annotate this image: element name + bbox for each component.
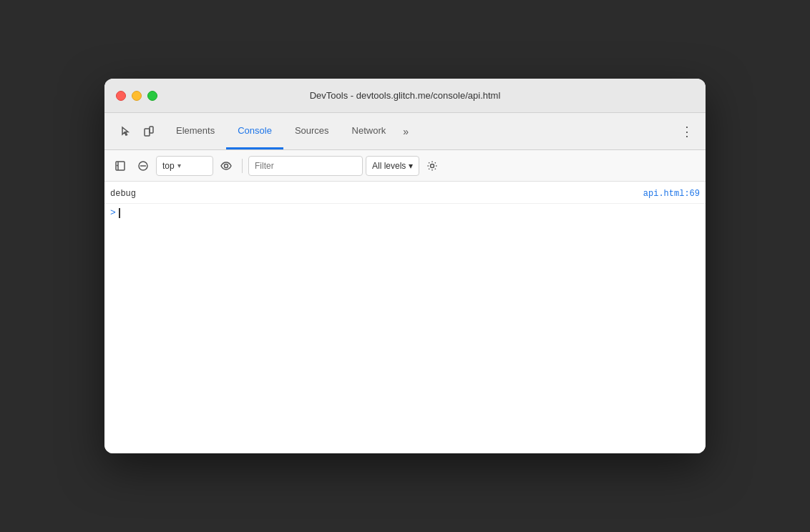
window-title: DevTools - devtools.glitch.me/console/ap… [310, 90, 501, 101]
minimize-button[interactable] [132, 91, 142, 101]
console-source-link[interactable]: api.html:69 [643, 187, 700, 200]
title-bar: DevTools - devtools.glitch.me/console/ap… [104, 79, 706, 113]
tab-bar: Elements Console Sources Network » ⋮ [104, 113, 706, 150]
tab-icon-group [110, 113, 165, 149]
device-toggle-button[interactable] [139, 122, 159, 142]
devtools-menu-button[interactable]: ⋮ [675, 113, 700, 149]
maximize-button[interactable] [147, 91, 157, 101]
clear-console-button[interactable] [133, 156, 153, 176]
inspect-element-button[interactable] [116, 122, 136, 142]
console-entry: debug api.html:69 [104, 184, 706, 204]
toolbar-separator [242, 159, 243, 173]
devtools-window: DevTools - devtools.glitch.me/console/ap… [104, 79, 706, 453]
levels-arrow-icon: ▾ [409, 161, 413, 171]
console-content: debug api.html:69 > [104, 182, 706, 453]
svg-point-7 [225, 164, 228, 167]
traffic-lights [116, 91, 157, 101]
context-arrow-icon: ▾ [177, 162, 181, 169]
live-expressions-button[interactable] [216, 156, 236, 176]
svg-rect-0 [145, 129, 150, 136]
console-settings-button[interactable] [422, 156, 442, 176]
svg-point-8 [431, 164, 434, 167]
tab-network[interactable]: Network [341, 113, 398, 149]
console-message-text: debug [110, 187, 643, 200]
tabs-container: Elements Console Sources Network » [165, 113, 675, 149]
tab-console[interactable]: Console [226, 113, 283, 149]
filter-input[interactable] [248, 156, 363, 176]
console-cursor [119, 208, 120, 218]
console-toolbar: top ▾ All levels ▾ [104, 150, 706, 182]
svg-rect-1 [150, 127, 153, 133]
tabs-more-button[interactable]: » [397, 113, 414, 149]
context-selector[interactable]: top ▾ [156, 156, 213, 176]
tab-sources[interactable]: Sources [283, 113, 341, 149]
close-button[interactable] [116, 91, 126, 101]
log-levels-button[interactable]: All levels ▾ [366, 156, 419, 176]
console-input-row: > [104, 204, 706, 222]
console-prompt-symbol[interactable]: > [110, 207, 116, 220]
sidebar-toggle-button[interactable] [110, 156, 130, 176]
tab-elements[interactable]: Elements [165, 113, 226, 149]
